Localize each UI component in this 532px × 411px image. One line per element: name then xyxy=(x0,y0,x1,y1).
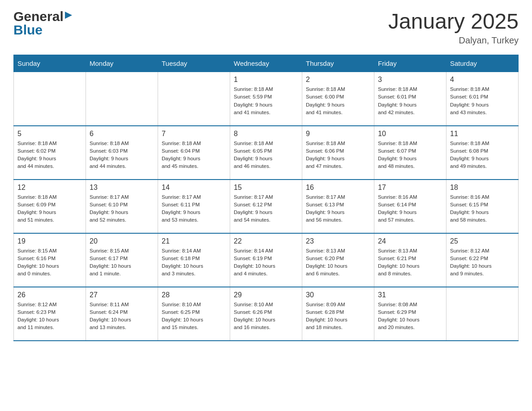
cell-sun-info: Sunrise: 8:17 AM Sunset: 6:12 PM Dayligh… xyxy=(234,193,298,224)
cell-sun-info: Sunrise: 8:18 AM Sunset: 6:07 PM Dayligh… xyxy=(378,140,442,171)
column-header-sunday: Sunday xyxy=(14,55,86,72)
cell-day-number: 27 xyxy=(90,291,154,299)
calendar-cell: 12Sunrise: 8:18 AM Sunset: 6:09 PM Dayli… xyxy=(14,180,86,233)
calendar-cell: 7Sunrise: 8:18 AM Sunset: 6:04 PM Daylig… xyxy=(158,126,230,180)
cell-sun-info: Sunrise: 8:17 AM Sunset: 6:13 PM Dayligh… xyxy=(306,193,370,224)
cell-day-number: 10 xyxy=(378,130,442,138)
calendar-cell: 24Sunrise: 8:13 AM Sunset: 6:21 PM Dayli… xyxy=(374,233,446,287)
cell-day-number: 2 xyxy=(306,76,370,84)
cell-sun-info: Sunrise: 8:17 AM Sunset: 6:10 PM Dayligh… xyxy=(90,193,154,224)
calendar-cell xyxy=(14,72,86,126)
calendar-table: SundayMondayTuesdayWednesdayThursdayFrid… xyxy=(13,55,519,341)
calendar-cell: 27Sunrise: 8:11 AM Sunset: 6:24 PM Dayli… xyxy=(86,287,158,341)
calendar-cell: 22Sunrise: 8:14 AM Sunset: 6:19 PM Dayli… xyxy=(230,233,302,287)
cell-sun-info: Sunrise: 8:12 AM Sunset: 6:22 PM Dayligh… xyxy=(450,247,515,278)
calendar-cell: 21Sunrise: 8:14 AM Sunset: 6:18 PM Dayli… xyxy=(158,233,230,287)
calendar-week-1: 1Sunrise: 8:18 AM Sunset: 5:59 PM Daylig… xyxy=(14,72,519,126)
calendar-cell: 5Sunrise: 8:18 AM Sunset: 6:02 PM Daylig… xyxy=(14,126,86,180)
logo-blue-text: Blue xyxy=(13,22,43,38)
cell-day-number: 8 xyxy=(234,130,298,138)
cell-day-number: 22 xyxy=(234,237,298,245)
calendar-title: January 2025 xyxy=(388,9,519,34)
calendar-cell: 29Sunrise: 8:10 AM Sunset: 6:26 PM Dayli… xyxy=(230,287,302,341)
cell-sun-info: Sunrise: 8:14 AM Sunset: 6:19 PM Dayligh… xyxy=(234,247,298,278)
calendar-cell: 11Sunrise: 8:18 AM Sunset: 6:08 PM Dayli… xyxy=(446,126,519,180)
calendar-week-5: 26Sunrise: 8:12 AM Sunset: 6:23 PM Dayli… xyxy=(14,287,519,341)
cell-day-number: 16 xyxy=(306,184,370,192)
logo-flag-icon xyxy=(65,12,75,21)
cell-sun-info: Sunrise: 8:18 AM Sunset: 6:00 PM Dayligh… xyxy=(306,86,370,116)
cell-day-number: 25 xyxy=(450,237,515,245)
calendar-cell: 4Sunrise: 8:18 AM Sunset: 6:01 PM Daylig… xyxy=(446,72,519,126)
cell-day-number: 4 xyxy=(450,76,515,84)
cell-day-number: 12 xyxy=(17,184,82,192)
cell-day-number: 26 xyxy=(17,291,82,299)
calendar-cell: 17Sunrise: 8:16 AM Sunset: 6:14 PM Dayli… xyxy=(374,180,446,233)
logo: General Blue xyxy=(13,9,75,38)
cell-sun-info: Sunrise: 8:18 AM Sunset: 6:06 PM Dayligh… xyxy=(306,140,370,171)
calendar-cell: 26Sunrise: 8:12 AM Sunset: 6:23 PM Dayli… xyxy=(14,287,86,341)
cell-sun-info: Sunrise: 8:18 AM Sunset: 6:05 PM Dayligh… xyxy=(234,140,298,171)
cell-day-number: 7 xyxy=(162,130,226,138)
calendar-cell: 23Sunrise: 8:13 AM Sunset: 6:20 PM Dayli… xyxy=(302,233,374,287)
cell-day-number: 24 xyxy=(378,237,442,245)
cell-sun-info: Sunrise: 8:18 AM Sunset: 5:59 PM Dayligh… xyxy=(234,86,298,116)
calendar-cell: 2Sunrise: 8:18 AM Sunset: 6:00 PM Daylig… xyxy=(302,72,374,126)
cell-day-number: 18 xyxy=(450,184,515,192)
column-header-tuesday: Tuesday xyxy=(158,55,230,72)
cell-day-number: 6 xyxy=(90,130,154,138)
cell-sun-info: Sunrise: 8:11 AM Sunset: 6:24 PM Dayligh… xyxy=(90,301,154,332)
cell-day-number: 5 xyxy=(17,130,82,138)
cell-sun-info: Sunrise: 8:09 AM Sunset: 6:28 PM Dayligh… xyxy=(306,301,370,332)
cell-sun-info: Sunrise: 8:16 AM Sunset: 6:14 PM Dayligh… xyxy=(378,193,442,224)
cell-sun-info: Sunrise: 8:15 AM Sunset: 6:16 PM Dayligh… xyxy=(17,247,82,278)
calendar-cell: 1Sunrise: 8:18 AM Sunset: 5:59 PM Daylig… xyxy=(230,72,302,126)
column-header-saturday: Saturday xyxy=(446,55,519,72)
cell-sun-info: Sunrise: 8:18 AM Sunset: 6:09 PM Dayligh… xyxy=(17,193,82,224)
cell-day-number: 3 xyxy=(378,76,442,84)
cell-day-number: 19 xyxy=(17,237,82,245)
calendar-cell: 13Sunrise: 8:17 AM Sunset: 6:10 PM Dayli… xyxy=(86,180,158,233)
calendar-cell: 20Sunrise: 8:15 AM Sunset: 6:17 PM Dayli… xyxy=(86,233,158,287)
calendar-cell: 19Sunrise: 8:15 AM Sunset: 6:16 PM Dayli… xyxy=(14,233,86,287)
calendar-cell: 28Sunrise: 8:10 AM Sunset: 6:25 PM Dayli… xyxy=(158,287,230,341)
cell-day-number: 31 xyxy=(378,291,442,299)
cell-sun-info: Sunrise: 8:18 AM Sunset: 6:02 PM Dayligh… xyxy=(17,140,82,171)
cell-day-number: 14 xyxy=(162,184,226,192)
calendar-cell: 9Sunrise: 8:18 AM Sunset: 6:06 PM Daylig… xyxy=(302,126,374,180)
column-header-monday: Monday xyxy=(86,55,158,72)
calendar-cell: 16Sunrise: 8:17 AM Sunset: 6:13 PM Dayli… xyxy=(302,180,374,233)
calendar-cell: 31Sunrise: 8:08 AM Sunset: 6:29 PM Dayli… xyxy=(374,287,446,341)
cell-day-number: 29 xyxy=(234,291,298,299)
cell-sun-info: Sunrise: 8:10 AM Sunset: 6:26 PM Dayligh… xyxy=(234,301,298,332)
cell-day-number: 30 xyxy=(306,291,370,299)
cell-sun-info: Sunrise: 8:15 AM Sunset: 6:17 PM Dayligh… xyxy=(90,247,154,278)
cell-day-number: 15 xyxy=(234,184,298,192)
cell-sun-info: Sunrise: 8:14 AM Sunset: 6:18 PM Dayligh… xyxy=(162,247,226,278)
calendar-location: Dalyan, Turkey xyxy=(388,35,519,46)
column-header-friday: Friday xyxy=(374,55,446,72)
cell-sun-info: Sunrise: 8:12 AM Sunset: 6:23 PM Dayligh… xyxy=(17,301,82,332)
cell-sun-info: Sunrise: 8:17 AM Sunset: 6:11 PM Dayligh… xyxy=(162,193,226,224)
calendar-cell: 14Sunrise: 8:17 AM Sunset: 6:11 PM Dayli… xyxy=(158,180,230,233)
cell-sun-info: Sunrise: 8:13 AM Sunset: 6:21 PM Dayligh… xyxy=(378,247,442,278)
cell-day-number: 13 xyxy=(90,184,154,192)
logo-general-text: General xyxy=(13,9,64,24)
cell-sun-info: Sunrise: 8:18 AM Sunset: 6:03 PM Dayligh… xyxy=(90,140,154,171)
cell-day-number: 28 xyxy=(162,291,226,299)
cell-sun-info: Sunrise: 8:13 AM Sunset: 6:20 PM Dayligh… xyxy=(306,247,370,278)
calendar-cell: 8Sunrise: 8:18 AM Sunset: 6:05 PM Daylig… xyxy=(230,126,302,180)
cell-sun-info: Sunrise: 8:18 AM Sunset: 6:01 PM Dayligh… xyxy=(450,86,515,116)
column-header-thursday: Thursday xyxy=(302,55,374,72)
calendar-week-2: 5Sunrise: 8:18 AM Sunset: 6:02 PM Daylig… xyxy=(14,126,519,180)
calendar-cell xyxy=(446,287,519,341)
calendar-cell: 18Sunrise: 8:16 AM Sunset: 6:15 PM Dayli… xyxy=(446,180,519,233)
cell-day-number: 11 xyxy=(450,130,515,138)
cell-sun-info: Sunrise: 8:16 AM Sunset: 6:15 PM Dayligh… xyxy=(450,193,515,224)
column-header-wednesday: Wednesday xyxy=(230,55,302,72)
cell-sun-info: Sunrise: 8:18 AM Sunset: 6:08 PM Dayligh… xyxy=(450,140,515,171)
calendar-header-row: SundayMondayTuesdayWednesdayThursdayFrid… xyxy=(14,55,519,72)
page-header: General Blue January 2025 Dalyan, Turkey xyxy=(13,9,519,46)
cell-day-number: 21 xyxy=(162,237,226,245)
calendar-cell: 30Sunrise: 8:09 AM Sunset: 6:28 PM Dayli… xyxy=(302,287,374,341)
